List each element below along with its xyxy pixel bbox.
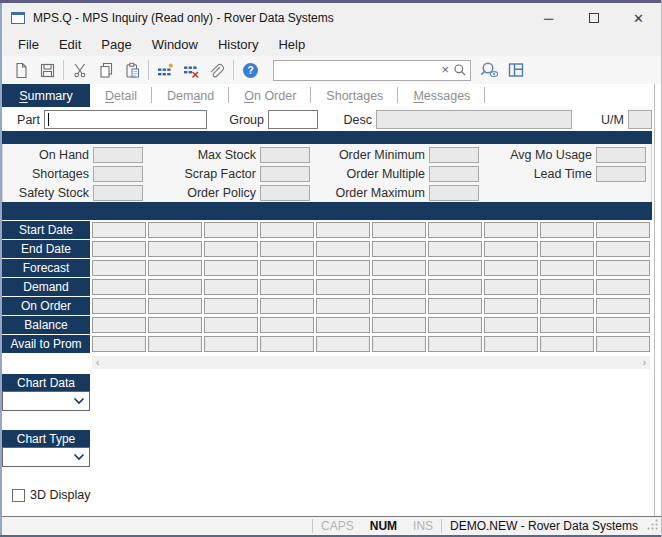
lead-time-input <box>596 166 646 182</box>
row-cells <box>92 336 652 352</box>
grid-cell <box>92 241 146 257</box>
field-label: Order Maximum <box>335 186 425 200</box>
text-caret <box>48 113 49 126</box>
grid-cell <box>148 317 202 333</box>
safety-stock-input <box>93 185 143 201</box>
help-icon[interactable]: ? <box>237 58 263 82</box>
tab-messages[interactable]: Messages <box>398 84 485 107</box>
row-label: Demand <box>2 278 90 296</box>
num-indicator: NUM <box>362 519 405 533</box>
copy-icon[interactable] <box>93 58 119 82</box>
grid-cell <box>540 336 594 352</box>
grid-row-demand: Demand <box>2 278 652 297</box>
new-document-icon[interactable] <box>8 58 34 82</box>
grid-cell <box>484 317 538 333</box>
grid-cell <box>540 298 594 314</box>
insert-row-icon[interactable] <box>152 58 178 82</box>
grid-cell <box>484 336 538 352</box>
grid-cell <box>204 317 258 333</box>
menu-page[interactable]: Page <box>91 35 141 54</box>
3d-display-checkbox[interactable] <box>12 489 25 502</box>
group-input[interactable] <box>268 110 318 129</box>
grid-cell <box>204 336 258 352</box>
grid-cell <box>92 298 146 314</box>
tab-on-order[interactable]: On Order <box>229 84 311 107</box>
grid-cell <box>596 260 650 276</box>
tab-detail[interactable]: Detail <box>90 84 152 107</box>
grid-cell <box>316 241 370 257</box>
row-label: On Order <box>2 297 90 315</box>
row-cells <box>92 279 652 295</box>
minimize-button[interactable]: ─ <box>526 3 571 33</box>
delete-row-icon[interactable] <box>178 58 204 82</box>
grid-cell <box>92 317 146 333</box>
grid-cell <box>92 336 146 352</box>
grid-row-on-order: On Order <box>2 297 652 316</box>
scrap-factor-input <box>260 166 310 182</box>
grid-cell <box>484 241 538 257</box>
chart-data-select[interactable] <box>2 391 90 411</box>
3d-display-label: 3D Display <box>30 488 90 502</box>
scroll-right-icon[interactable]: › <box>643 357 646 368</box>
grid-row-balance: Balance <box>2 316 652 335</box>
grid-cell <box>428 260 482 276</box>
display-3d-row: 3D Display <box>12 488 90 502</box>
grid-cell <box>596 279 650 295</box>
tab-summary[interactable]: Summary <box>2 84 90 107</box>
grid-cell <box>260 260 314 276</box>
grid-cell <box>148 279 202 295</box>
period-grid: Start Date End Date Forecast Demand On O… <box>2 221 652 354</box>
grid-row-avail-to-prom: Avail to Prom <box>2 335 652 354</box>
order-policy-input <box>260 185 310 201</box>
grid-cell <box>372 260 426 276</box>
grid-cell <box>260 241 314 257</box>
grid-cell <box>484 279 538 295</box>
search-magnifier-icon[interactable] <box>453 63 467 81</box>
avg-mo-usage-input <box>596 147 646 163</box>
desc-label: Desc <box>332 113 372 127</box>
menu-edit[interactable]: Edit <box>49 35 91 54</box>
resize-grip[interactable] <box>646 518 659 534</box>
menu-history[interactable]: History <box>208 35 268 54</box>
ins-indicator: INS <box>405 519 441 533</box>
maximize-button[interactable] <box>571 3 616 33</box>
status-message: DEMO.NEW - Rover Data Systems <box>442 519 646 533</box>
chart-type-select[interactable] <box>2 447 90 467</box>
grid-cell <box>428 336 482 352</box>
status-bar: CAPS NUM INS DEMO.NEW - Rover Data Syste… <box>0 516 662 535</box>
summary-page: Part Group Desc U/M On Hand Shortages Sa… <box>2 107 654 516</box>
chevron-down-icon <box>73 453 85 461</box>
paste-icon[interactable] <box>119 58 145 82</box>
save-icon[interactable] <box>34 58 60 82</box>
part-input[interactable] <box>44 110 207 129</box>
menu-file[interactable]: File <box>8 35 49 54</box>
scroll-left-icon[interactable]: ‹ <box>96 357 99 368</box>
grid-cell <box>260 298 314 314</box>
tab-shortages[interactable]: Shortages <box>311 84 398 107</box>
grid-cell <box>540 222 594 238</box>
field-label: Order Multiple <box>347 167 426 181</box>
grid-cell <box>260 336 314 352</box>
grid-cell <box>372 317 426 333</box>
attachment-icon[interactable] <box>204 58 230 82</box>
menu-help[interactable]: Help <box>268 35 315 54</box>
menu-window[interactable]: Window <box>142 35 208 54</box>
grid-cell <box>484 222 538 238</box>
tab-demand[interactable]: Demand <box>152 84 229 107</box>
grid-cell <box>316 317 370 333</box>
horizontal-scrollbar[interactable]: ‹ › <box>92 356 650 369</box>
on-hand-input <box>93 147 143 163</box>
grid-cell <box>372 241 426 257</box>
grid-cell <box>260 222 314 238</box>
find-preview-icon[interactable] <box>477 58 503 82</box>
grid-cell <box>204 241 258 257</box>
search-clear-icon[interactable]: × <box>441 62 449 77</box>
grid-cell <box>316 298 370 314</box>
order-maximum-input <box>429 185 479 201</box>
grid-cell <box>148 298 202 314</box>
field-label: Max Stock <box>198 148 256 162</box>
cut-icon[interactable] <box>67 58 93 82</box>
close-button[interactable]: ✕ <box>616 3 661 33</box>
layout-grid-icon[interactable] <box>503 58 529 82</box>
row-label: Balance <box>2 316 90 334</box>
